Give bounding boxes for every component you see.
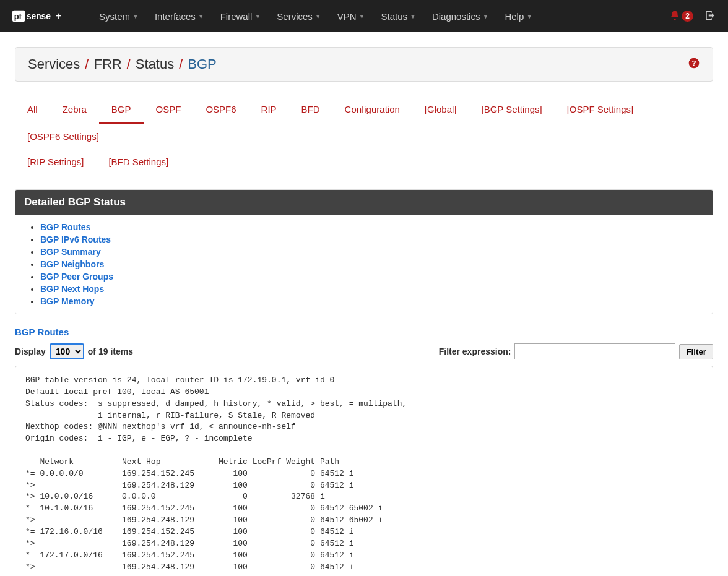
- tab-configuration[interactable]: Configuration: [332, 97, 412, 124]
- nav-services[interactable]: Services▼: [271, 7, 327, 25]
- panel-body: BGP Routes BGP IPv6 Routes BGP Summary B…: [15, 215, 713, 314]
- filter-label: Filter expression:: [439, 346, 511, 356]
- breadcrumb-status[interactable]: Status: [136, 56, 174, 72]
- breadcrumb-frr[interactable]: FRR: [93, 56, 121, 72]
- breadcrumb-sep: /: [85, 56, 89, 72]
- link-bgp-routes[interactable]: BGP Routes: [40, 222, 90, 232]
- link-bgp-ipv6-routes[interactable]: BGP IPv6 Routes: [40, 234, 111, 244]
- caret-icon: ▼: [254, 13, 261, 20]
- tab-bgp[interactable]: BGP: [99, 97, 144, 124]
- tab-rip-settings[interactable]: [RIP Settings]: [15, 149, 96, 174]
- link-bgp-peer-groups[interactable]: BGP Peer Groups: [40, 272, 113, 282]
- panel-heading: Detailed BGP Status: [15, 190, 713, 215]
- tab-bfd[interactable]: BFD: [289, 97, 332, 124]
- brand-logo[interactable]: pf sense +: [12, 9, 80, 24]
- tab-bgp-settings[interactable]: [BGP Settings]: [469, 97, 555, 124]
- caret-icon: ▼: [482, 13, 488, 20]
- nav-system[interactable]: System▼: [93, 7, 145, 25]
- filter-button[interactable]: Filter: [679, 344, 713, 359]
- bgp-routes-output: BGP table version is 24, local router ID…: [25, 375, 703, 576]
- tab-global[interactable]: [Global]: [412, 97, 469, 124]
- caret-icon: ▼: [315, 13, 321, 20]
- link-bgp-next-hops[interactable]: BGP Next Hops: [40, 284, 104, 294]
- svg-text:pf: pf: [14, 12, 22, 21]
- tab-zebra[interactable]: Zebra: [50, 97, 99, 124]
- tab-bfd-settings[interactable]: [BFD Settings]: [96, 149, 181, 174]
- caret-icon: ▼: [526, 13, 532, 20]
- notifications-button[interactable]: 2: [669, 10, 693, 23]
- breadcrumb-sep: /: [179, 56, 183, 72]
- nav-diagnostics[interactable]: Diagnostics▼: [426, 7, 495, 25]
- navbar-right: 2: [669, 10, 716, 23]
- page-header: Services / FRR / Status / BGP ?: [15, 47, 713, 82]
- tabs-container: All Zebra BGP OSPF OSPF6 RIP BFD Configu…: [15, 97, 713, 174]
- breadcrumb: Services / FRR / Status / BGP: [28, 56, 217, 72]
- bell-icon: [669, 10, 680, 23]
- display-count-select[interactable]: 100: [50, 343, 84, 359]
- svg-text:+: +: [56, 11, 61, 21]
- of-items-text: of 19 items: [88, 346, 133, 356]
- output-container: BGP table version is 24, local router ID…: [15, 366, 713, 576]
- nav-interfaces[interactable]: Interfaces▼: [149, 7, 210, 25]
- link-bgp-neighbors[interactable]: BGP Neighbors: [40, 259, 104, 269]
- logout-icon[interactable]: [704, 10, 716, 23]
- caret-icon: ▼: [198, 13, 204, 20]
- nav-links: System▼ Interfaces▼ Firewall▼ Services▼ …: [93, 7, 669, 25]
- svg-text:?: ?: [691, 59, 696, 67]
- breadcrumb-sep: /: [127, 56, 131, 72]
- notification-badge: 2: [682, 11, 693, 22]
- section-title-bgp-routes[interactable]: BGP Routes: [15, 327, 713, 337]
- nav-help[interactable]: Help▼: [498, 7, 539, 25]
- svg-text:sense: sense: [27, 12, 51, 21]
- tab-rip[interactable]: RIP: [249, 97, 289, 124]
- caret-icon: ▼: [132, 13, 139, 20]
- tab-ospf6-settings[interactable]: [OSPF6 Settings]: [15, 124, 111, 149]
- link-bgp-memory[interactable]: BGP Memory: [40, 296, 95, 306]
- caret-icon: ▼: [410, 13, 416, 20]
- breadcrumb-services[interactable]: Services: [28, 56, 80, 72]
- anchor-link-list: BGP Routes BGP IPv6 Routes BGP Summary B…: [25, 221, 703, 307]
- tab-all[interactable]: All: [15, 97, 50, 124]
- nav-status[interactable]: Status▼: [375, 7, 422, 25]
- tabs-row-1: All Zebra BGP OSPF OSPF6 RIP BFD Configu…: [15, 97, 713, 149]
- nav-firewall[interactable]: Firewall▼: [214, 7, 267, 25]
- caret-icon: ▼: [359, 13, 365, 20]
- nav-vpn[interactable]: VPN▼: [331, 7, 371, 25]
- tab-ospf-settings[interactable]: [OSPF Settings]: [555, 97, 646, 124]
- top-navbar: pf sense + System▼ Interfaces▼ Firewall▼…: [0, 0, 728, 32]
- link-bgp-summary[interactable]: BGP Summary: [40, 247, 101, 257]
- display-controls: Display 100 of 19 items Filter expressio…: [15, 343, 713, 359]
- filter-input[interactable]: [514, 343, 675, 359]
- status-panel: Detailed BGP Status BGP Routes BGP IPv6 …: [15, 189, 713, 314]
- breadcrumb-active: BGP: [188, 56, 216, 72]
- display-label: Display: [15, 346, 46, 356]
- tab-ospf6[interactable]: OSPF6: [193, 97, 248, 124]
- tab-ospf[interactable]: OSPF: [144, 97, 194, 124]
- help-icon[interactable]: ?: [688, 57, 700, 72]
- tabs-row-2: [RIP Settings] [BFD Settings]: [15, 149, 713, 174]
